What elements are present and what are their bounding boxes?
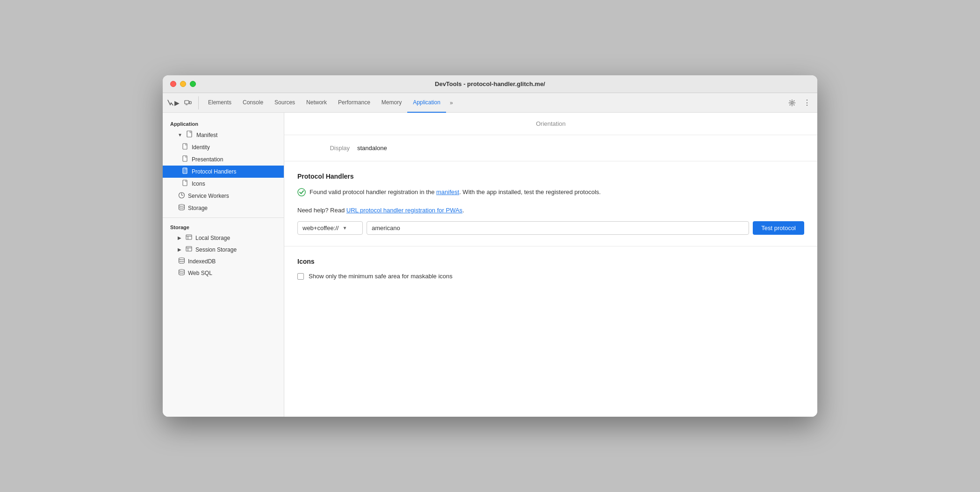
inspect-icon[interactable]: ▶: [166, 96, 180, 109]
session-storage-arrow-icon: ▶: [178, 247, 181, 252]
maskable-icons-row: Show only the minimum safe area for mask…: [297, 273, 804, 280]
tab-application[interactable]: Application: [407, 93, 446, 113]
orientation-row: Orientation: [284, 113, 817, 135]
service-workers-icon: [178, 192, 185, 200]
websql-icon: [178, 269, 185, 277]
protocol-handlers-section: Protocol Handlers Found valid protocol h…: [284, 161, 817, 246]
tab-network[interactable]: Network: [301, 93, 332, 113]
sidebar: Application ▼ Manifest Identity Pres: [163, 113, 284, 417]
traffic-lights: [170, 81, 196, 87]
identity-label: Identity: [192, 144, 210, 151]
display-row: Display standalone: [284, 135, 817, 161]
svg-point-10: [179, 204, 184, 206]
icons-file-icon: [181, 180, 189, 188]
svg-rect-14: [186, 246, 192, 251]
local-storage-arrow-icon: ▶: [178, 235, 181, 240]
maskable-icons-label: Show only the minimum safe area for mask…: [309, 273, 453, 280]
orientation-label: Orientation: [536, 120, 566, 127]
minimize-button[interactable]: [180, 81, 186, 87]
dropdown-arrow-icon: ▼: [342, 225, 347, 231]
ph-success-text: Found valid protocol handler registratio…: [310, 188, 601, 197]
icons-nav-label: Icons: [192, 181, 205, 187]
tab-console[interactable]: Console: [237, 93, 269, 113]
maskable-icons-checkbox[interactable]: [297, 273, 304, 280]
icons-section: Icons Show only the minimum safe area fo…: [284, 246, 817, 291]
svg-rect-0: [185, 101, 189, 104]
websql-label: Web SQL: [188, 270, 212, 276]
sidebar-divider: [163, 217, 284, 218]
protocol-handlers-file-icon: [181, 167, 189, 176]
protocol-dropdown-value: web+coffee://: [303, 224, 339, 232]
sidebar-item-session-storage[interactable]: ▶ Session Storage: [163, 244, 284, 255]
svg-point-3: [791, 101, 793, 104]
tabbar-right-group: ⋮: [785, 96, 814, 109]
local-storage-label: Local Storage: [195, 235, 230, 241]
protocol-handlers-label: Protocol Handlers: [192, 168, 236, 175]
maximize-button[interactable]: [190, 81, 196, 87]
display-label: Display: [312, 145, 350, 152]
more-options-icon[interactable]: ⋮: [800, 96, 814, 109]
window-title: DevTools - protocol-handler.glitch.me/: [435, 80, 545, 87]
manifest-label: Manifest: [196, 132, 217, 138]
tab-memory[interactable]: Memory: [376, 93, 407, 113]
icons-section-title: Icons: [297, 258, 804, 265]
sidebar-item-presentation[interactable]: Presentation: [163, 153, 284, 166]
svg-point-17: [179, 258, 184, 260]
sidebar-item-protocol-handlers[interactable]: Protocol Handlers: [163, 166, 284, 178]
devtools-icon-group: ▶: [166, 96, 199, 109]
close-button[interactable]: [170, 81, 176, 87]
ph-help-row: Need help? Read URL protocol handler reg…: [297, 207, 804, 214]
svg-rect-11: [186, 235, 192, 239]
svg-rect-1: [189, 101, 191, 104]
test-protocol-button[interactable]: Test protocol: [753, 221, 804, 235]
devtools-window: DevTools - protocol-handler.glitch.me/ ▶: [163, 75, 817, 417]
sidebar-item-indexeddb[interactable]: IndexedDB: [163, 255, 284, 267]
tabbar: ▶ Elements Console Sources Network Perfo…: [163, 93, 817, 113]
tab-sources[interactable]: Sources: [269, 93, 301, 113]
titlebar: DevTools - protocol-handler.glitch.me/: [163, 75, 817, 93]
ph-input-row: web+coffee:// ▼ Test protocol: [297, 221, 804, 235]
settings-icon[interactable]: [785, 96, 799, 109]
indexeddb-label: IndexedDB: [188, 258, 216, 265]
display-value: standalone: [357, 145, 387, 152]
manifest-file-icon: [186, 130, 194, 139]
local-storage-icon: [185, 234, 193, 242]
device-icon[interactable]: [181, 96, 195, 109]
svg-point-18: [179, 269, 184, 271]
pwa-help-link[interactable]: URL protocol handler registration for PW…: [346, 207, 462, 214]
indexeddb-icon: [178, 257, 185, 265]
main-layout: Application ▼ Manifest Identity Pres: [163, 113, 817, 417]
success-check-icon: [297, 188, 306, 200]
protocol-dropdown[interactable]: web+coffee:// ▼: [297, 221, 363, 235]
sidebar-storage-section-title: Storage: [163, 222, 284, 232]
presentation-file-icon: [181, 155, 189, 164]
protocol-handlers-success-row: Found valid protocol handler registratio…: [297, 188, 804, 200]
more-tabs-button[interactable]: »: [446, 100, 457, 106]
sidebar-item-icons[interactable]: Icons: [163, 178, 284, 190]
protocol-handlers-title: Protocol Handlers: [297, 173, 804, 180]
svg-point-19: [298, 188, 305, 196]
session-storage-icon: [185, 246, 193, 253]
tab-performance[interactable]: Performance: [332, 93, 376, 113]
content-area: Orientation Display standalone Protocol …: [284, 113, 817, 417]
sidebar-item-service-workers[interactable]: Service Workers: [163, 190, 284, 202]
manifest-link[interactable]: manifest: [436, 188, 459, 195]
storage-nav-label: Storage: [188, 205, 208, 211]
service-workers-label: Service Workers: [188, 193, 229, 199]
tab-elements[interactable]: Elements: [202, 93, 237, 113]
sidebar-item-manifest[interactable]: ▼ Manifest: [163, 129, 284, 141]
storage-icon: [178, 204, 185, 212]
protocol-input[interactable]: [367, 221, 749, 235]
sidebar-item-local-storage[interactable]: ▶ Local Storage: [163, 232, 284, 244]
manifest-arrow-icon: ▼: [178, 132, 182, 137]
sidebar-item-websql[interactable]: Web SQL: [163, 267, 284, 279]
sidebar-app-section-title: Application: [163, 118, 284, 129]
presentation-label: Presentation: [192, 156, 223, 163]
identity-file-icon: [181, 143, 189, 152]
svg-rect-7: [183, 168, 187, 174]
session-storage-label: Session Storage: [195, 246, 237, 253]
sidebar-item-storage[interactable]: Storage: [163, 202, 284, 214]
sidebar-item-identity[interactable]: Identity: [163, 141, 284, 153]
